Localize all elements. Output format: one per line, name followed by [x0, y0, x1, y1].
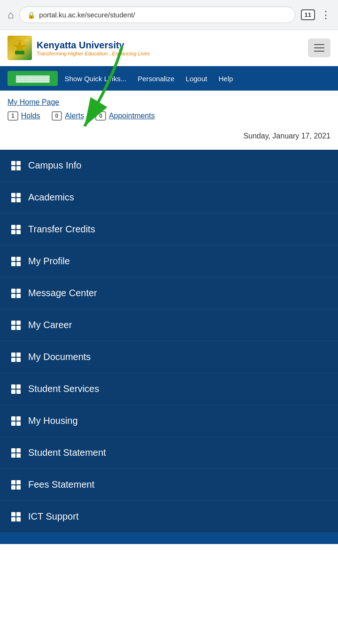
- grid-icon-campus-info: [11, 161, 21, 170]
- grid-icon-my-profile: [11, 257, 21, 266]
- sidebar-item-label-my-profile: My Profile: [28, 256, 70, 267]
- sidebar-item-campus-info[interactable]: Campus Info: [0, 150, 338, 182]
- show-quick-links[interactable]: Show Quick Links...: [60, 72, 131, 85]
- grid-icon-transfer-credits: [11, 225, 21, 234]
- appointments-badge-item: 0 Appointments: [95, 111, 155, 121]
- alerts-count: 0: [52, 111, 62, 121]
- grid-icon-academics: [11, 193, 21, 202]
- sidebar-item-label-my-career: My Career: [28, 320, 72, 330]
- sidebar-item-ict-support[interactable]: ICT Support: [0, 501, 338, 533]
- grid-icon-fees-statement: [11, 480, 21, 490]
- url-bar[interactable]: 🔒 portal.ku.ac.ke/secure/student/: [19, 7, 295, 23]
- sidebar-item-label-message-center: Message Center: [28, 288, 97, 299]
- sidebar-item-my-housing[interactable]: My Housing: [0, 405, 338, 437]
- my-home-page-link[interactable]: My Home Page: [8, 98, 330, 107]
- sidebar-item-label-my-documents: My Documents: [28, 352, 91, 362]
- sidebar-item-my-documents[interactable]: My Documents: [0, 341, 338, 373]
- alerts-badge-item: 0 Alerts: [52, 111, 84, 121]
- svg-rect-2: [15, 51, 24, 54]
- sidebar-item-my-profile[interactable]: My Profile: [0, 245, 338, 277]
- sidebar-item-label-my-housing: My Housing: [28, 415, 78, 426]
- logo-text: Kenyatta University Transforming Higher …: [37, 40, 150, 56]
- sidebar-item-student-statement[interactable]: Student Statement: [0, 437, 338, 469]
- sidebar-item-label-academics: Academics: [28, 192, 74, 203]
- sidebar-item-label-fees-statement: Fees Statement: [28, 479, 94, 490]
- logo-emblem: [8, 36, 32, 60]
- sidebar-item-label-student-services: Student Services: [28, 383, 99, 394]
- sidebar-item-my-career[interactable]: My Career: [0, 309, 338, 341]
- holds-badge-item: 1 Holds: [8, 111, 40, 121]
- sidebar-item-label-campus-info: Campus Info: [28, 160, 81, 171]
- grid-icon-message-center: [11, 289, 21, 298]
- sidebar-item-message-center[interactable]: Message Center: [0, 277, 338, 309]
- grid-icon-student-statement: [11, 448, 21, 458]
- help-link[interactable]: Help: [214, 72, 238, 85]
- sidebar-item-academics[interactable]: Academics: [0, 182, 338, 214]
- sidebar-item-student-services[interactable]: Student Services: [0, 373, 338, 405]
- tabs-badge[interactable]: 11: [301, 9, 315, 20]
- user-button[interactable]: ▓▓▓▓▓▓▓: [8, 71, 58, 86]
- footer-bar: [0, 533, 338, 544]
- grid-icon-student-services: [11, 384, 21, 394]
- sidebar-item-label-student-statement: Student Statement: [28, 447, 106, 458]
- university-name: Kenyatta University: [37, 40, 150, 51]
- sidebar-item-label-ict-support: ICT Support: [28, 511, 78, 522]
- university-tagline: Transforming Higher Education...Enhancin…: [37, 51, 150, 56]
- hamburger-line-2: [314, 47, 324, 48]
- hamburger-button[interactable]: [308, 38, 330, 57]
- holds-count: 1: [8, 111, 18, 121]
- browser-menu-icon[interactable]: ⋮: [321, 9, 330, 21]
- alerts-link[interactable]: Alerts: [65, 112, 84, 120]
- site-header: Kenyatta University Transforming Higher …: [0, 30, 338, 66]
- browser-bar: ⌂ 🔒 portal.ku.ac.ke/secure/student/ 11 ⋮: [0, 0, 338, 30]
- logout-link[interactable]: Logout: [181, 72, 212, 85]
- hamburger-line-1: [314, 44, 324, 45]
- logo-area: Kenyatta University Transforming Higher …: [8, 36, 150, 60]
- grid-icon-my-housing: [11, 416, 21, 426]
- holds-link[interactable]: Holds: [21, 112, 40, 120]
- hamburger-line-3: [314, 51, 324, 52]
- sidebar-menu: Campus Info Academics Transfer Credits M…: [0, 150, 338, 533]
- lock-icon: 🔒: [27, 11, 35, 19]
- grid-icon-ict-support: [11, 512, 21, 521]
- personalize-link[interactable]: Personalize: [133, 72, 179, 85]
- content-area: My Home Page 1 Holds 0 Alerts 0 Appointm…: [0, 91, 338, 150]
- home-icon[interactable]: ⌂: [8, 9, 14, 21]
- appointments-link[interactable]: Appointments: [109, 112, 155, 120]
- sidebar-item-label-transfer-credits: Transfer Credits: [28, 224, 95, 235]
- sidebar-item-fees-statement[interactable]: Fees Statement: [0, 469, 338, 501]
- url-text: portal.ku.ac.ke/secure/student/: [39, 11, 135, 19]
- badges-row: 1 Holds 0 Alerts 0 Appointments: [8, 111, 330, 121]
- grid-icon-my-documents: [11, 353, 21, 362]
- grid-icon-my-career: [11, 321, 21, 330]
- nav-bar: ▓▓▓▓▓▓▓ Show Quick Links... Personalize …: [0, 66, 338, 91]
- date-display: Sunday, January 17, 2021: [8, 128, 330, 142]
- sidebar-item-transfer-credits[interactable]: Transfer Credits: [0, 214, 338, 245]
- appointments-count: 0: [95, 111, 106, 121]
